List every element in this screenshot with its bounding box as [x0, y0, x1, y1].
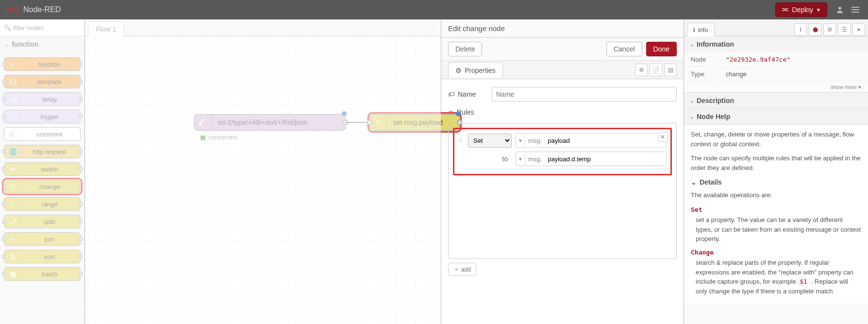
- svg-point-0: [17, 7, 18, 9]
- deploy-icon: [782, 7, 789, 13]
- palette-category-function[interactable]: ⌄ function: [0, 36, 84, 52]
- palette-node-range[interactable]: ↕range: [4, 197, 81, 211]
- msg-prefix: msg.: [525, 137, 545, 144]
- palette-node-trigger[interactable]: ⎍trigger: [4, 110, 81, 123]
- palette-node-template[interactable]: { }template: [4, 75, 81, 88]
- workspace: Flow 1 iot-2/type/+/id/+/evt/+/fmt/json …: [85, 19, 441, 324]
- status-text: connected: [208, 134, 237, 141]
- info-table: Node"2e2932e.9af47ce" Typechange: [684, 52, 868, 82]
- node-changed-dot: [342, 111, 347, 116]
- node-description-button[interactable]: 📄: [650, 64, 662, 76]
- msg-prefix: msg.: [525, 155, 545, 163]
- section-node-help[interactable]: ⌄Node Help: [684, 109, 868, 124]
- range-icon: ↕: [6, 198, 20, 210]
- search-icon: 🔍: [4, 24, 11, 31]
- sidebar: i info i 🐞 ⚙ ☰ ▾ ⌄Information Node"2e293…: [684, 19, 868, 324]
- rule-target-field[interactable]: [545, 137, 666, 144]
- svg-point-1: [17, 11, 18, 13]
- template-icon: { }: [6, 75, 20, 88]
- flow-node-mqtt-in[interactable]: iot-2/type/+/id/+/evt/+/fmt/json: [194, 114, 346, 131]
- cancel-button[interactable]: Cancel: [606, 42, 642, 56]
- caret-down-icon: ▼: [816, 7, 821, 13]
- menu-icon[interactable]: [848, 6, 863, 13]
- sidebar-tab-info[interactable]: i info: [687, 23, 715, 36]
- palette-node-change[interactable]: ⤭change: [4, 180, 81, 193]
- wire[interactable]: [346, 122, 369, 123]
- app-title: Node-RED: [23, 5, 61, 14]
- palette-node-sort[interactable]: ⇅sort: [4, 250, 81, 263]
- rule-target-input[interactable]: ▾ msg.: [516, 133, 667, 148]
- palette-node-delay[interactable]: ◷delay: [4, 92, 81, 106]
- batch-icon: ▦: [6, 268, 20, 280]
- type-selector[interactable]: ▾: [516, 134, 525, 147]
- delay-icon: ◷: [6, 93, 20, 105]
- sidebar-tab-label: info: [698, 26, 708, 34]
- status-dot: [200, 136, 205, 140]
- node-id: "2e2932e.9af47ce": [726, 56, 790, 63]
- palette-node-split[interactable]: ⎇split: [4, 215, 81, 228]
- table-row: Node"2e2932e.9af47ce": [685, 53, 867, 67]
- chevron-down-icon: ⌄: [690, 114, 694, 119]
- comment-icon: ⊙: [4, 128, 19, 140]
- node-red-logo-icon: [5, 5, 19, 15]
- palette-node-http-request[interactable]: 🌐http request: [4, 145, 81, 158]
- chevron-down-icon: ⌄: [690, 98, 694, 103]
- palette-node-function[interactable]: ƒfunction: [4, 57, 81, 71]
- change-icon: ⤭: [370, 115, 386, 130]
- show-more-link[interactable]: show more ▾: [684, 82, 868, 92]
- svg-point-2: [838, 7, 841, 10]
- edit-panel-title: Edit change node: [441, 19, 684, 38]
- sidebar-info-button[interactable]: i: [794, 23, 807, 36]
- add-rule-button[interactable]: ＋add: [448, 263, 476, 276]
- gear-icon: ⚙: [455, 67, 462, 74]
- flow-node-change[interactable]: ⤭ set msg.payload: [369, 114, 460, 131]
- section-information[interactable]: ⌄Information: [684, 36, 868, 52]
- tab-flow-1[interactable]: Flow 1: [88, 21, 124, 36]
- palette-node-switch[interactable]: ⇄switch: [4, 162, 81, 176]
- rule-value-field[interactable]: [545, 155, 666, 163]
- node-settings-button[interactable]: ⚙: [635, 64, 648, 76]
- delete-button[interactable]: Delete: [448, 42, 482, 56]
- sidebar-debug-button[interactable]: 🐞: [809, 23, 821, 36]
- rule-action-select[interactable]: Set: [468, 134, 512, 148]
- svg-rect-4: [851, 9, 859, 10]
- name-input[interactable]: [492, 87, 677, 102]
- done-button[interactable]: Done: [646, 42, 677, 56]
- sort-icon: ⇅: [6, 250, 20, 263]
- flow-node-label: iot-2/type/+/id/+/evt/+/fmt/json: [211, 119, 314, 126]
- palette-search-input[interactable]: [13, 24, 81, 32]
- sidebar-config-button[interactable]: ⚙: [823, 23, 836, 36]
- user-icon[interactable]: [832, 6, 848, 14]
- node-appearance-button[interactable]: ▤: [664, 64, 677, 76]
- drag-handle-icon[interactable]: ≡: [458, 136, 464, 144]
- sidebar-dropdown[interactable]: ▾: [852, 23, 865, 36]
- workspace-tabs: Flow 1: [85, 19, 441, 36]
- flow-node-label: set msg.payload: [386, 119, 450, 126]
- edit-panel: Edit change node Delete Cancel Done ⚙ Pr…: [441, 19, 684, 324]
- to-label: to: [468, 155, 512, 163]
- flow-canvas[interactable]: iot-2/type/+/id/+/evt/+/fmt/json connect…: [85, 36, 441, 324]
- palette-node-batch[interactable]: ▦batch: [4, 267, 81, 281]
- section-description[interactable]: ⌄Description: [684, 93, 868, 108]
- input-port[interactable]: [367, 120, 372, 125]
- deploy-label: Deploy: [792, 6, 814, 14]
- switch-icon: ⇄: [6, 163, 20, 175]
- rule-value-input[interactable]: ▾ msg.: [516, 152, 667, 166]
- rules-container: ≡ Set ▾ msg. ✕ to ▾: [448, 123, 677, 259]
- type-selector[interactable]: ▾: [516, 152, 525, 166]
- palette-search[interactable]: 🔍: [0, 19, 84, 36]
- op-change-title: Change: [691, 248, 861, 257]
- op-set-title: Set: [691, 205, 861, 215]
- deploy-button[interactable]: Deploy ▼: [775, 2, 828, 17]
- remove-rule-button[interactable]: ✕: [658, 132, 668, 142]
- properties-tab[interactable]: ⚙ Properties: [448, 62, 503, 78]
- change-icon: ⤭: [6, 180, 20, 193]
- palette-node-join[interactable]: ⎌join: [4, 232, 81, 246]
- info-icon: i: [693, 26, 695, 34]
- palette-node-comment[interactable]: ⊙comment: [4, 127, 81, 141]
- sidebar-context-button[interactable]: ☰: [838, 23, 851, 36]
- node-changed-dot: [456, 111, 461, 116]
- name-label: 🏷Name: [448, 90, 487, 98]
- palette: 🔍 ⌄ function ƒfunction { }template ◷dela…: [0, 19, 85, 324]
- node-help-body: Set, change, delete or move properties o…: [684, 125, 868, 304]
